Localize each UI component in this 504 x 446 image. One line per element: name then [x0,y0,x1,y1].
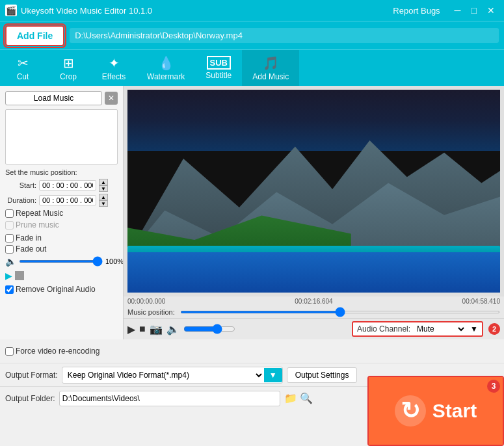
duration-time-up[interactable]: ▲ [99,194,108,200]
play-button[interactable]: ▶ [5,270,12,281]
audio-channel-section: Audio Channel: Mute Left Right Stereo ▼ [352,321,483,337]
report-bugs-link[interactable]: Report Bugs [393,6,440,16]
add-file-button[interactable]: Add File [5,25,64,46]
volume-icon: 🔈 [5,256,16,267]
toolbar-subtitle-label: Subtitle [206,71,232,80]
repeat-music-checkbox-label[interactable]: Repeat Music [5,209,63,218]
prune-music-checkbox[interactable] [5,221,14,230]
toolbar-watermark-label: Watermark [147,72,185,81]
timeline-bar: 00:00:00.000 00:02:16.604 00:04:58.410 [124,296,504,306]
browse-folder-button[interactable]: 📁 [284,392,297,404]
music-position-row: Music position: [124,306,504,318]
force-encoding-checkbox[interactable] [5,347,14,356]
duration-time-down[interactable]: ▼ [99,200,108,207]
audio-channel-select[interactable]: Mute Left Right Stereo [414,324,466,334]
volume-percent: 100% [105,257,124,265]
toolbar-effects-label: Effects [102,72,126,81]
start-time-up[interactable]: ▲ [99,179,108,185]
playback-bar: ▶ ■ 📷 🔈 Audio Channel: Mute Left Right S… [124,318,504,339]
fade-out-label[interactable]: Fade out [5,244,118,254]
toolbar-add-music-label: Add Music [252,72,289,81]
start-label: Start: [5,181,36,189]
toolbar-crop-label: Crop [60,72,77,81]
start-button[interactable]: ↻ Start [369,377,503,445]
audio-channel-label: Audio Channel: [357,324,410,334]
close-button[interactable]: ✕ [483,4,499,17]
content-area: Load Music ✕ Set the music position: Sta… [0,86,504,339]
output-format-select[interactable]: Keep Original Video Format(*.mp4) [62,367,264,383]
encoding-row: Force video re-encoding [0,339,504,363]
music-list[interactable] [5,109,118,164]
start-time-row: Start: ▲ ▼ [5,179,118,192]
fade-in-text: Fade in [16,233,42,243]
music-position-slider[interactable] [180,311,500,313]
force-encoding-label[interactable]: Force video re-encoding [5,347,99,356]
repeat-music-checkbox[interactable] [5,209,14,218]
output-folder-label: Output Folder: [5,394,55,403]
remove-audio-checkbox-label[interactable]: Remove Original Audio [5,285,96,294]
repeat-music-row: Repeat Music [5,209,118,218]
cut-icon: ✂ [18,55,29,71]
stop-button[interactable] [15,271,24,280]
start-time-down[interactable]: ▼ [99,185,108,192]
playback-controls-row: ▶ [5,270,118,281]
left-panel: Load Music ✕ Set the music position: Sta… [0,86,124,339]
pb-volume-icon: 🔈 [166,323,179,335]
pb-screenshot-button[interactable]: 📷 [150,323,163,335]
prune-music-label: Prune music [16,220,59,230]
pb-volume-slider[interactable] [183,324,235,334]
fade-out-checkbox[interactable] [5,245,14,254]
start-refresh-icon: ↻ [395,395,426,426]
video-panel: 00:00:00.000 00:02:16.604 00:04:58.410 M… [124,86,504,339]
remove-audio-label: Remove Original Audio [16,285,96,294]
pb-stop-button[interactable]: ■ [139,323,146,335]
time-start: 00:00:00.000 [127,298,165,305]
chevron-down-icon: ▼ [470,324,478,334]
output-folder-input[interactable] [59,391,280,406]
pb-play-button[interactable]: ▶ [127,323,135,335]
force-encoding-text: Force video re-encoding [16,347,99,356]
remove-audio-row: Remove Original Audio [5,285,118,294]
close-music-button[interactable]: ✕ [105,92,118,105]
title-bar: 🎬 Ukeysoft Video Music Editor 10.1.0 Rep… [0,0,504,21]
video-area [127,90,500,293]
load-music-button[interactable]: Load Music [5,91,102,105]
start-time-input[interactable] [39,180,96,190]
toolbar-item-effects[interactable]: ✦ Effects [91,50,137,86]
fade-in-label[interactable]: Fade in [5,233,118,243]
maximize-button[interactable]: □ [468,4,481,17]
prune-music-checkbox-label[interactable]: Prune music [5,220,59,230]
volume-row: 🔈 100% [5,256,118,267]
duration-label: Duration: [5,196,36,204]
start-section: ↻ Start 3 [367,376,504,446]
remove-audio-checkbox[interactable] [5,285,14,294]
toolbar: ✂ Cut ⊞ Crop ✦ Effects 💧 Watermark SUB S… [0,49,504,86]
toolbar-item-cut[interactable]: ✂ Cut [0,50,46,86]
repeat-music-label: Repeat Music [16,209,63,218]
volume-slider[interactable] [19,260,103,263]
set-position-label: Set the music position: [5,168,118,176]
format-select-wrap: Keep Original Video Format(*.mp4) ▼ [62,367,283,384]
add-music-icon: 🎵 [263,55,279,71]
load-music-row: Load Music ✕ [5,91,118,105]
effects-icon: ✦ [109,55,120,71]
subtitle-icon: SUB [207,56,231,70]
format-arrow-button[interactable]: ▼ [264,368,282,382]
search-folder-button[interactable]: 🔍 [300,392,313,404]
fade-in-checkbox[interactable] [5,234,14,243]
duration-time-input[interactable] [39,195,96,205]
start-label: Start [432,400,477,422]
toolbar-item-crop[interactable]: ⊞ Crop [46,50,91,86]
crop-icon: ⊞ [63,55,74,71]
toolbar-item-add-music[interactable]: 🎵 Add Music [242,50,299,86]
minimize-button[interactable]: ─ [451,4,465,17]
prune-music-row: Prune music [5,220,118,230]
file-path: D:\Users\Administrator\Desktop\Norway.mp… [70,28,499,43]
toolbar-item-watermark[interactable]: 💧 Watermark [137,50,195,86]
output-settings-button[interactable]: Output Settings [287,367,358,383]
music-position-label: Music position: [127,308,175,316]
file-bar: Add File D:\Users\Administrator\Desktop\… [0,21,504,49]
fade-section: Fade in Fade out [5,233,118,254]
toolbar-item-subtitle[interactable]: SUB Subtitle [195,50,242,86]
watermark-icon: 💧 [158,55,174,71]
